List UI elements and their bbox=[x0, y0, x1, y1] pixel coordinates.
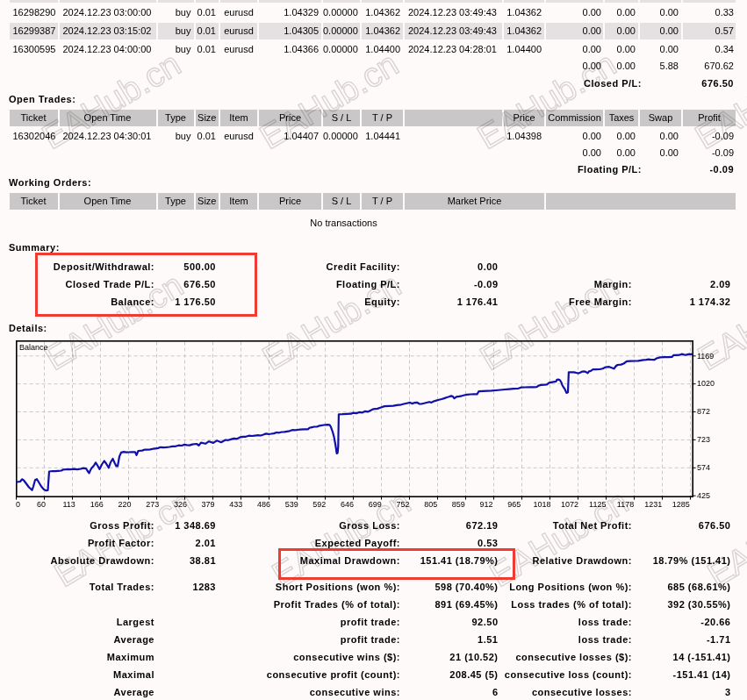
total-cell: 5.88 bbox=[640, 58, 681, 75]
cell bbox=[259, 0, 321, 3]
cell bbox=[220, 0, 257, 3]
total-cell: 0.00 bbox=[605, 145, 638, 161]
stat-label: consecutive loss (count): bbox=[430, 667, 632, 683]
summary-value: 2.09 bbox=[617, 276, 731, 293]
x-axis-tick-label: 273 bbox=[146, 500, 159, 510]
column-header: Item bbox=[220, 193, 257, 210]
cell: 1.04362 bbox=[362, 23, 403, 39]
stats-row: Profit Trades (% of total):891 (69.45%)L… bbox=[0, 596, 747, 613]
column-header: Price bbox=[259, 110, 321, 126]
column-header: T / P bbox=[362, 193, 403, 210]
stat-value: -20.66 bbox=[617, 614, 731, 631]
total-cell: -0.09 bbox=[683, 145, 736, 161]
stat-value: 18.79% (151.41) bbox=[617, 553, 731, 569]
cell: buy bbox=[158, 128, 194, 145]
cell bbox=[323, 0, 360, 3]
cell: 0.00000 bbox=[323, 23, 360, 39]
working-orders-empty-row: No transactions bbox=[0, 215, 747, 232]
cell: 0.00000 bbox=[323, 41, 360, 58]
x-axis-tick-label: 379 bbox=[202, 500, 215, 510]
cell: 2024.12.23 03:00:00 bbox=[60, 4, 156, 21]
open-trades-row: 163020462024.12.23 04:30:01buy0.01eurusd… bbox=[0, 128, 747, 145]
column-header: Type bbox=[158, 193, 194, 210]
cell bbox=[60, 0, 156, 3]
cell: buy bbox=[158, 41, 194, 58]
cell: 0.00 bbox=[640, 41, 681, 58]
column-header: Price bbox=[259, 193, 321, 210]
x-axis-tick-label: 113 bbox=[62, 500, 75, 510]
cell: 0.00 bbox=[640, 128, 681, 145]
stat-value: 676.50 bbox=[617, 518, 731, 534]
stat-value bbox=[617, 535, 731, 552]
cell bbox=[196, 0, 219, 3]
cell: 0.33 bbox=[683, 4, 736, 21]
column-header: Open Time bbox=[60, 110, 156, 126]
cell: 1.04400 bbox=[362, 41, 403, 58]
cell bbox=[405, 0, 502, 3]
column-header: T / P bbox=[362, 110, 403, 126]
x-axis-tick-label: 1231 bbox=[644, 500, 662, 510]
open-trades-header-row: TicketOpen TimeTypeSizeItemPriceS / LT /… bbox=[0, 110, 747, 126]
x-axis-tick-label: 1178 bbox=[617, 500, 634, 510]
x-axis-tick-label: 1018 bbox=[533, 500, 550, 510]
stats-row: Averageprofit trade:1.51loss trade:-1.71 bbox=[0, 632, 747, 648]
cell: eurusd bbox=[220, 128, 257, 145]
y-axis-tick-label: 723 bbox=[697, 435, 710, 445]
x-axis-tick-label: 699 bbox=[369, 500, 382, 510]
column-header bbox=[546, 193, 736, 210]
cell: 0.00 bbox=[605, 128, 638, 145]
stat-label: loss trade: bbox=[430, 632, 632, 648]
cell bbox=[683, 0, 736, 3]
stats-row: Largestprofit trade:92.50loss trade:-20.… bbox=[0, 614, 747, 631]
total-cell: 0.00 bbox=[640, 145, 681, 161]
stats-row: Maximalconsecutive profit (count):208.45… bbox=[0, 667, 747, 683]
closed-trades-row-partial bbox=[0, 0, 747, 3]
x-axis-tick-label: 486 bbox=[257, 500, 270, 510]
x-axis-tick-label: 220 bbox=[119, 500, 132, 510]
cell: buy bbox=[158, 4, 194, 21]
stat-label: profit trade: bbox=[198, 614, 400, 631]
details-section-label: Details: bbox=[9, 323, 47, 334]
no-transactions-text: No transactions bbox=[10, 215, 679, 232]
cell: 1.04366 bbox=[259, 41, 321, 58]
cell: 1.04407 bbox=[259, 128, 321, 145]
cell: -0.09 bbox=[683, 128, 736, 145]
column-header: Profit bbox=[683, 110, 736, 126]
x-axis-tick-label: 592 bbox=[312, 500, 326, 510]
cell bbox=[405, 128, 502, 145]
open-trades-section-label: Open Trades: bbox=[9, 94, 75, 105]
cell: 1.04362 bbox=[504, 4, 544, 21]
cell: eurusd bbox=[220, 4, 257, 21]
column-header: Open Time bbox=[60, 193, 156, 210]
column-header: S / L bbox=[323, 193, 360, 210]
working-orders-header-row: TicketOpen TimeTypeSizeItemPriceS / LT /… bbox=[0, 193, 747, 210]
cell: 0.01 bbox=[196, 128, 219, 145]
floating-pl-row: Floating P/L:-0.09 bbox=[0, 161, 747, 178]
stat-label: loss trade: bbox=[430, 614, 632, 631]
stat-value: 14 (-151.41) bbox=[617, 649, 731, 666]
x-axis-tick-label: 859 bbox=[452, 500, 465, 510]
y-axis-tick-label: 1169 bbox=[697, 351, 714, 361]
cell: 2024.12.23 04:28:01 bbox=[405, 41, 502, 58]
stat-label: consecutive losses: bbox=[430, 684, 632, 700]
cell: eurusd bbox=[220, 41, 257, 58]
stat-label: Total Net Profit: bbox=[430, 518, 632, 534]
closed-pl-value: 676.50 bbox=[683, 75, 736, 92]
cell: 0.00 bbox=[605, 4, 638, 21]
y-axis-tick-label: 872 bbox=[697, 407, 710, 417]
x-axis-tick-label: 0 bbox=[16, 500, 20, 510]
x-axis-tick-label: 1072 bbox=[561, 500, 578, 510]
closed-trades-row: 163005952024.12.23 04:00:00buy0.01eurusd… bbox=[0, 41, 747, 58]
stat-label: Long Positions (won %): bbox=[430, 579, 632, 596]
cell: 0.00 bbox=[640, 23, 681, 39]
floating-pl-value: -0.09 bbox=[683, 161, 736, 178]
closed-trades-totals-row: 0.000.005.88670.62 bbox=[0, 58, 747, 75]
column-header: Item bbox=[220, 110, 257, 126]
total-cell: 0.00 bbox=[546, 145, 603, 161]
cell: 0.01 bbox=[196, 4, 219, 21]
cell: 2024.12.23 04:00:00 bbox=[60, 41, 156, 58]
x-axis-tick-label: 60 bbox=[37, 500, 46, 510]
cell: 1.04362 bbox=[504, 23, 544, 39]
stats-row: Averageconsecutive wins:6consecutive los… bbox=[0, 684, 747, 700]
cell bbox=[640, 0, 681, 3]
